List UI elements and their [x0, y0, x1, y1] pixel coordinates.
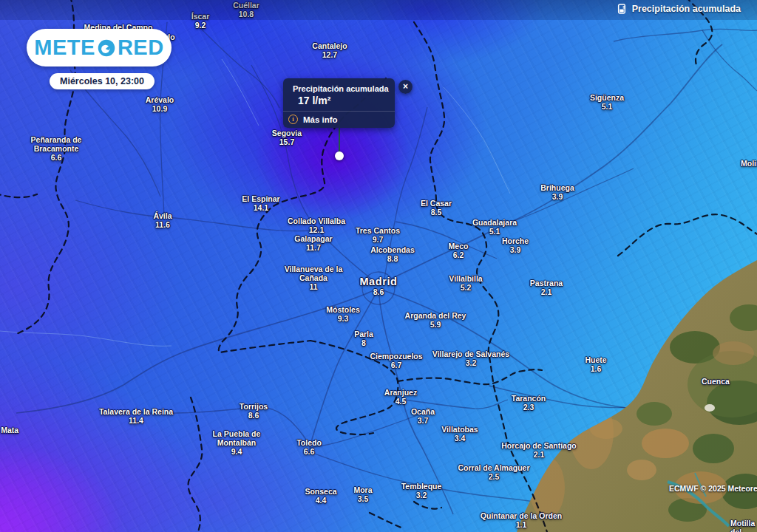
legend-label: Precipitación acumulada: [632, 4, 741, 14]
attribution-text: ECMWF © 2025 Meteored: [669, 484, 757, 493]
more-info-button[interactable]: i Más info: [283, 111, 395, 128]
popup-close-button[interactable]: ×: [398, 80, 413, 94]
info-icon: i: [288, 115, 298, 124]
rain-gauge-icon: [617, 4, 627, 14]
popup-title: Precipitación acumulada: [293, 84, 389, 93]
gauge-o-icon: [97, 38, 116, 58]
meteored-logo: METE RED: [27, 29, 172, 66]
more-info-label: Más info: [303, 115, 338, 124]
logo-text-left: METE: [34, 35, 95, 60]
river-lines: [0, 59, 510, 346]
map-popup: Precipitación acumulada 17 l/m² i Más in…: [283, 78, 395, 128]
layer-legend: Precipitación acumulada: [617, 4, 741, 14]
weather-map-canvas[interactable]: Cuéllar10.8Íscar9.2Medina del CampoOlmed…: [0, 0, 757, 532]
logo-text-right: RED: [118, 35, 164, 60]
map-marker[interactable]: [335, 151, 344, 160]
popup-value: 17 l/m²: [283, 94, 395, 111]
datetime-badge: Miércoles 10, 23:00: [50, 73, 155, 89]
